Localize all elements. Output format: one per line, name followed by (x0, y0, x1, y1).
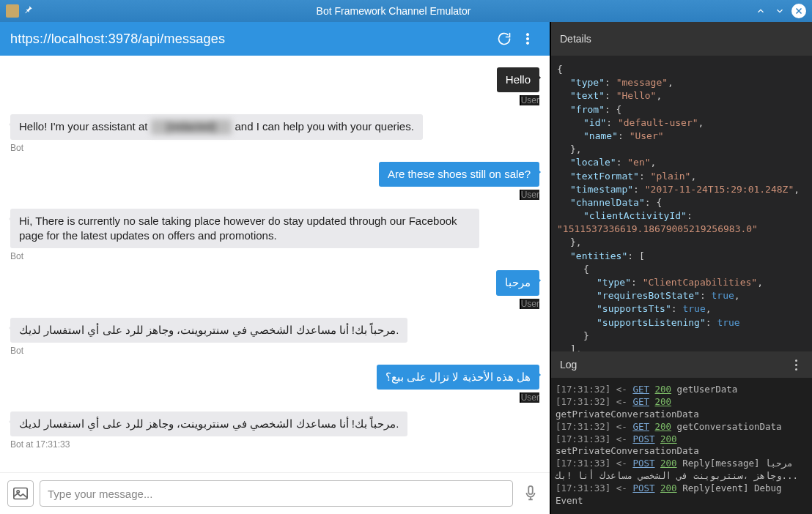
message-row: Hi, There is currently no sale taking pl… (10, 209, 539, 267)
message-row: .مرحباً بك! أنا مساعدك الشخصي في سنتربوي… (10, 318, 539, 360)
message-meta: Bot (10, 346, 23, 356)
window-title: Bot Framework Channel Emulator (34, 5, 753, 17)
details-header: Details (551, 22, 812, 56)
inspector-panel: Details { "type": "message", "text": "He… (550, 22, 812, 514)
log-line: [17:31:33] <- POST 200 Reply[message] مر… (556, 458, 808, 483)
user-message-bubble[interactable]: Hello (497, 67, 539, 92)
log-body[interactable]: [17:31:32] <- GET 200 getUserData[17:31:… (551, 378, 812, 514)
message-row: مرحبا User (10, 270, 539, 313)
svg-point-1 (526, 37, 528, 40)
svg-rect-3 (14, 488, 27, 499)
close-button[interactable] (791, 4, 806, 18)
message-meta: Bot at 17:31:33 (10, 439, 70, 450)
maximize-button[interactable] (772, 4, 787, 18)
details-title: Details (560, 33, 591, 45)
minimize-button[interactable] (753, 4, 768, 18)
chat-panel: https://localhost:3978/api/messages Hell… (0, 22, 550, 514)
pin-icon[interactable] (23, 4, 34, 18)
log-line: [17:31:32] <- GET 200 getUserData (556, 384, 808, 396)
titlebar: Bot Framework Channel Emulator (0, 0, 812, 22)
app-icon (6, 4, 19, 18)
user-message-bubble[interactable]: مرحبا (496, 270, 539, 295)
log-line: [17:31:33] <- POST 200 setPrivateConvers… (556, 433, 808, 458)
svg-point-0 (526, 34, 528, 36)
log-header: Log (551, 351, 812, 378)
bot-message-bubble[interactable]: .مرحباً بك! أنا مساعدك الشخصي في سنتربوي… (10, 318, 407, 343)
message-row: Hello! I'm your assistant at [redacted] … (10, 114, 539, 157)
bot-message-bubble[interactable]: Hello! I'm your assistant at [redacted] … (10, 114, 423, 139)
message-text-post: and I can help you with your queries. (232, 120, 413, 133)
details-json[interactable]: { "type": "message", "text": "Hello", "f… (551, 56, 812, 351)
message-meta: User (520, 95, 539, 105)
message-row: Are these shoes still on sale? User (10, 162, 539, 204)
bot-message-bubble[interactable]: .مرحباً بك! أنا مساعدك الشخصي في سنتربوي… (10, 411, 407, 436)
log-more-button[interactable] (789, 357, 803, 372)
user-message-bubble[interactable]: Are these shoes still on sale? (379, 162, 539, 187)
message-row: Hello User (10, 67, 539, 110)
message-input[interactable] (40, 480, 513, 507)
log-line: [17:31:32] <- GET 200 getPrivateConversa… (556, 396, 808, 421)
svg-point-4 (17, 491, 19, 493)
message-meta: Bot (10, 251, 23, 261)
endpoint-url[interactable]: https://localhost:3978/api/messages (10, 31, 492, 47)
bot-message-bubble[interactable]: Hi, There is currently no sale taking pl… (10, 209, 479, 249)
redacted-text: [redacted] (151, 119, 232, 134)
window-controls (753, 4, 812, 18)
message-meta: User (520, 392, 539, 403)
log-line: [17:31:33] <- POST 200 Reply[event] Debu… (556, 483, 808, 507)
log-line: [17:31:32] <- GET 200 getConversationDat… (556, 421, 808, 433)
chat-scroll[interactable]: Hello User Hello! I'm your assistant at … (0, 56, 550, 472)
input-bar (0, 472, 550, 514)
refresh-button[interactable] (492, 27, 516, 51)
log-title: Log (560, 359, 577, 370)
message-meta: User (520, 190, 539, 200)
image-upload-button[interactable] (7, 480, 34, 507)
more-button[interactable] (516, 27, 539, 51)
svg-point-2 (526, 42, 528, 44)
message-meta: Bot (10, 143, 23, 153)
message-meta: User (520, 299, 539, 309)
message-row: هل هذه الأحذية لا تزال على بيع؟ User (10, 365, 539, 407)
message-row: .مرحباً بك! أنا مساعدك الشخصي في سنتربوي… (10, 411, 539, 454)
svg-rect-5 (528, 486, 533, 494)
mic-button[interactable] (519, 482, 542, 505)
user-message-bubble[interactable]: هل هذه الأحذية لا تزال على بيع؟ (377, 365, 539, 390)
url-bar: https://localhost:3978/api/messages (0, 22, 550, 56)
message-text-pre: Hello! I'm your assistant at (19, 120, 151, 133)
